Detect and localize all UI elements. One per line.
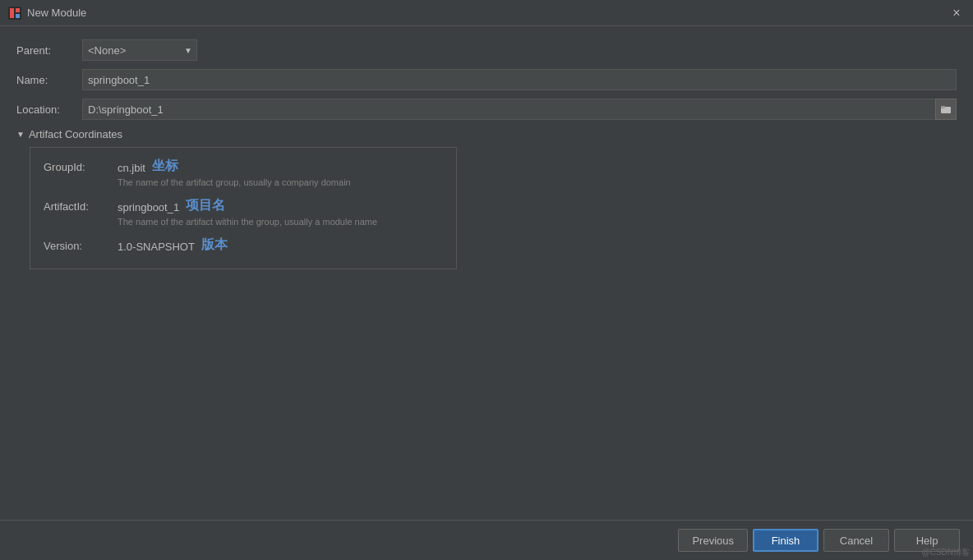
- artifactid-row: ArtifactId: springboot_1 项目名 The name of…: [44, 197, 443, 233]
- artifactid-label: ArtifactId:: [44, 197, 118, 213]
- location-input-wrapper: [82, 99, 957, 120]
- location-label: Location:: [16, 103, 82, 116]
- location-input[interactable]: [82, 99, 957, 120]
- new-module-dialog: New Module × Parent: <None> ▼ Name: Loca…: [0, 0, 973, 560]
- parent-select-wrapper: <None> ▼: [82, 39, 197, 61]
- version-value: 1.0-SNAPSHOT: [118, 238, 195, 253]
- version-annotation: 版本: [201, 236, 228, 254]
- cancel-button[interactable]: Cancel: [823, 529, 889, 552]
- dialog-content: Parent: <None> ▼ Name: Location:: [0, 26, 973, 520]
- version-right: 1.0-SNAPSHOT 版本: [118, 236, 443, 254]
- name-row: Name:: [16, 69, 957, 90]
- svg-rect-2: [16, 8, 20, 12]
- name-input[interactable]: [82, 69, 957, 90]
- title-bar-left: New Module: [8, 7, 86, 20]
- artifactid-value: springboot_1: [118, 199, 179, 213]
- svg-rect-1: [10, 8, 14, 18]
- title-bar: New Module ×: [0, 0, 973, 26]
- parent-label: Parent:: [16, 44, 82, 57]
- groupid-hint: The name of the artifact group, usually …: [118, 177, 443, 187]
- svg-rect-5: [941, 106, 945, 108]
- watermark: @CSDN博客: [922, 547, 971, 558]
- groupid-row: GroupId: cn.jbit 坐标 The name of the arti…: [44, 158, 443, 194]
- folder-browse-button[interactable]: [935, 99, 957, 120]
- title-bar-title: New Module: [27, 7, 86, 19]
- artifact-section-label: Artifact Coordinates: [29, 128, 122, 140]
- groupid-right: cn.jbit 坐标 The name of the artifact grou…: [118, 158, 443, 194]
- groupid-value: cn.jbit: [118, 159, 145, 174]
- groupid-label: GroupId:: [44, 158, 118, 173]
- app-icon: [8, 7, 21, 20]
- close-button[interactable]: ×: [948, 5, 965, 21]
- previous-button[interactable]: Previous: [678, 529, 748, 552]
- artifact-section: ▼ Artifact Coordinates GroupId: cn.jbit …: [16, 128, 957, 269]
- location-row: Location:: [16, 99, 957, 120]
- artifact-collapse-arrow: ▼: [16, 130, 25, 139]
- artifactid-right: springboot_1 项目名 The name of the artifac…: [118, 197, 443, 233]
- name-label: Name:: [16, 74, 82, 86]
- version-row: Version: 1.0-SNAPSHOT 版本: [44, 236, 443, 254]
- parent-select[interactable]: <None>: [82, 39, 197, 61]
- coords-box: GroupId: cn.jbit 坐标 The name of the arti…: [30, 147, 457, 269]
- groupid-value-row: cn.jbit 坐标: [118, 158, 443, 175]
- folder-icon: [940, 103, 952, 115]
- parent-row: Parent: <None> ▼: [16, 39, 957, 61]
- version-label: Version:: [44, 236, 118, 252]
- artifactid-annotation: 项目名: [186, 197, 225, 214]
- artifactid-hint: The name of the artifact within the grou…: [118, 217, 443, 227]
- artifactid-value-row: springboot_1 项目名: [118, 197, 443, 214]
- artifact-header[interactable]: ▼ Artifact Coordinates: [16, 128, 957, 140]
- groupid-annotation: 坐标: [152, 158, 178, 175]
- version-value-row: 1.0-SNAPSHOT 版本: [118, 236, 443, 254]
- finish-button[interactable]: Finish: [753, 529, 819, 552]
- svg-rect-3: [16, 14, 20, 18]
- button-bar: Previous Finish Cancel Help: [0, 520, 973, 560]
